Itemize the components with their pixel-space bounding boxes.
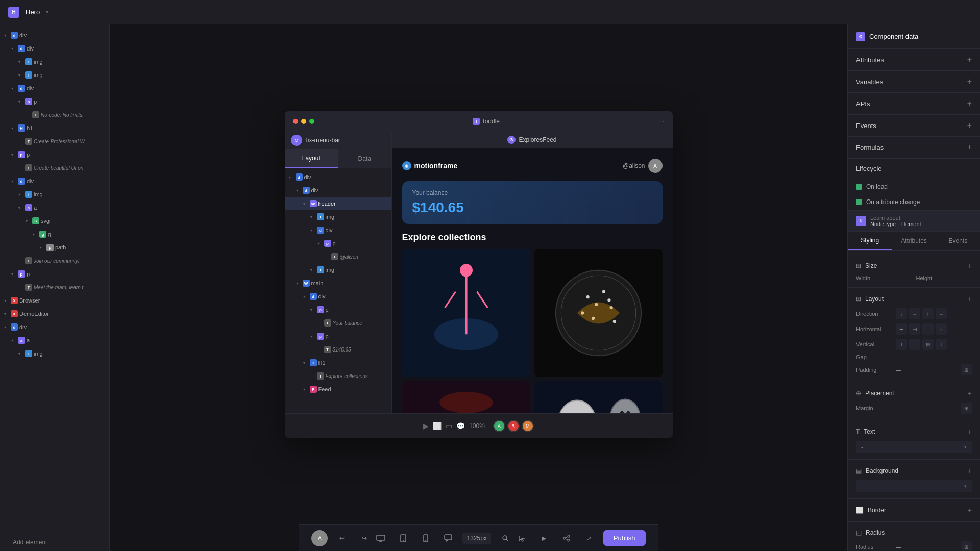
tree-item-header[interactable]: ▾ W header xyxy=(285,197,391,210)
tab-events[interactable]: Events xyxy=(936,232,980,250)
tree-item[interactable]: ▾ d div xyxy=(285,290,391,303)
tree-item[interactable]: ▾ d div xyxy=(285,184,391,197)
tree-item[interactable]: ▾ d div xyxy=(0,42,109,55)
tree-item[interactable]: ▾ p path xyxy=(0,241,109,254)
direction-right-btn[interactable]: → xyxy=(909,308,920,319)
traffic-light-yellow[interactable] xyxy=(301,119,306,124)
publish-button[interactable]: Publish xyxy=(603,530,646,546)
section-apis[interactable]: APIs + xyxy=(848,93,980,115)
h-align-left[interactable]: ⊢ xyxy=(896,323,907,335)
tablet-view-button[interactable] xyxy=(395,530,411,546)
tablet-icon[interactable]: ⬜ xyxy=(433,422,442,430)
tree-item[interactable]: ▾ d div xyxy=(285,170,391,184)
section-lifecycle[interactable]: Lifecycle xyxy=(848,159,980,179)
traffic-light-green[interactable] xyxy=(309,119,314,124)
tree-item[interactable]: ▾ d div xyxy=(0,320,109,334)
tree-item[interactable]: ▾ H h1 xyxy=(0,121,109,135)
tree-item[interactable]: ▾ d div xyxy=(0,174,109,188)
tree-item[interactable]: ▾ d div xyxy=(0,29,109,42)
undo-button[interactable]: ↩ xyxy=(334,530,350,546)
tab-styling[interactable]: Styling xyxy=(848,232,892,250)
direction-down-btn[interactable]: ↓ xyxy=(896,308,907,319)
h-align-center[interactable]: ⊣ xyxy=(909,323,920,335)
tree-item[interactable]: ▾ p p xyxy=(0,267,109,281)
tree-item-browser[interactable]: ▾ X Browser xyxy=(0,294,109,307)
radius-expand-btn[interactable]: ⊞ xyxy=(961,541,972,551)
tree-item[interactable]: T Create Professional W xyxy=(0,135,109,148)
tree-item[interactable]: T Create beautiful UI on xyxy=(0,161,109,174)
tree-item-feed[interactable]: ▾ F Feed xyxy=(285,383,391,396)
tree-item[interactable]: ▾ p p xyxy=(0,148,109,161)
tree-item-h1[interactable]: ▾ H H1 xyxy=(285,356,391,369)
direction-left-btn[interactable]: ← xyxy=(936,308,947,319)
tree-item[interactable]: ▾ i img xyxy=(0,347,109,360)
section-variables[interactable]: Variables + xyxy=(848,71,980,93)
zoom-display[interactable]: 1325px xyxy=(462,533,491,544)
tree-item-main[interactable]: ▾ W main xyxy=(285,277,391,290)
text-add-icon[interactable]: + xyxy=(968,428,972,436)
tree-item[interactable]: T @alison xyxy=(285,250,391,263)
title-chevron-icon[interactable]: ▾ xyxy=(46,9,48,15)
tree-item[interactable]: T Your balance xyxy=(285,316,391,330)
section-formulas[interactable]: Formulas + xyxy=(848,137,980,159)
play-icon[interactable]: ▶ xyxy=(423,422,429,430)
v-align-stretch[interactable]: ↕ xyxy=(936,339,947,350)
tab-data[interactable]: Data xyxy=(338,149,391,168)
size-add-icon[interactable]: + xyxy=(968,262,972,270)
background-add-icon[interactable]: + xyxy=(968,467,972,475)
tree-item[interactable]: ▾ i img xyxy=(285,210,391,223)
tree-item[interactable]: ▾ a a xyxy=(0,201,109,214)
mobile-icon[interactable]: ▭ xyxy=(446,422,452,430)
section-events[interactable]: Events + xyxy=(848,115,980,137)
tree-item[interactable]: ▾ p p xyxy=(285,237,391,250)
border-add-icon[interactable]: + xyxy=(968,506,972,514)
traffic-light-red[interactable] xyxy=(293,119,298,124)
redo-button[interactable]: ↪ xyxy=(356,530,373,546)
tree-item[interactable]: T Join our community! xyxy=(0,254,109,267)
comment-view-button[interactable] xyxy=(440,530,456,546)
v-align-bottom[interactable]: ⊞ xyxy=(922,339,934,350)
tree-item-demo-editor[interactable]: ▾ X DemoEditor xyxy=(0,307,109,320)
mobile-view-button[interactable] xyxy=(418,530,434,546)
tree-item[interactable]: ▾ d div xyxy=(285,223,391,237)
tree-item[interactable]: ▾ S svg xyxy=(0,214,109,228)
tree-item[interactable]: ▾ a a xyxy=(0,334,109,347)
plus-icon[interactable]: + xyxy=(967,143,972,152)
v-align-top[interactable]: ⊤ xyxy=(896,339,907,350)
magnifier-icon[interactable] xyxy=(497,530,513,546)
share-button[interactable] xyxy=(558,530,575,546)
plus-icon[interactable]: + xyxy=(967,77,972,86)
tree-item[interactable]: ▾ g g xyxy=(0,228,109,241)
tree-item[interactable]: T Explore collections xyxy=(285,369,391,383)
text-dropdown[interactable]: - ▾ xyxy=(856,441,972,453)
plus-icon[interactable]: + xyxy=(967,99,972,108)
tree-item[interactable]: ▾ p p xyxy=(0,95,109,108)
preview-play-button[interactable]: ▶ xyxy=(536,530,552,546)
tree-item[interactable]: ▾ p p xyxy=(285,303,391,316)
tree-item[interactable]: ▾ d div xyxy=(0,82,109,95)
tree-item[interactable]: T $140.65 xyxy=(285,343,391,356)
tree-item[interactable]: ▾ i img xyxy=(0,188,109,201)
h-align-stretch[interactable]: ↔ xyxy=(936,323,947,335)
zoom-percent[interactable]: 100% xyxy=(469,422,485,430)
tree-item[interactable]: ▾ i img xyxy=(0,68,109,82)
section-attributes[interactable]: Attributes + xyxy=(848,49,980,71)
comment-icon[interactable]: 💬 xyxy=(456,422,465,430)
v-align-center[interactable]: ⊥ xyxy=(909,339,920,350)
h-align-right[interactable]: ⊤ xyxy=(922,323,934,335)
external-link-button[interactable]: ↗ xyxy=(581,530,597,546)
tree-item[interactable]: T Meet the team, learn t xyxy=(0,281,109,294)
placement-add-icon[interactable]: + xyxy=(968,389,972,397)
padding-expand-btn[interactable]: ⊞ xyxy=(961,364,972,375)
plus-icon[interactable]: + xyxy=(967,121,972,130)
tree-item[interactable]: ▾ i img xyxy=(0,55,109,68)
desktop-view-button[interactable] xyxy=(373,530,389,546)
cursor-icon[interactable] xyxy=(513,530,530,546)
plus-icon[interactable]: + xyxy=(967,55,972,64)
add-element-button[interactable]: + Add element xyxy=(0,533,109,551)
browser-menu-icon[interactable]: ··· xyxy=(658,117,665,126)
background-dropdown[interactable]: - ▾ xyxy=(856,480,972,492)
tree-item[interactable]: ▾ p p xyxy=(285,330,391,343)
layout-add-icon[interactable]: + xyxy=(968,295,972,303)
tab-layout[interactable]: Layout xyxy=(285,149,338,168)
